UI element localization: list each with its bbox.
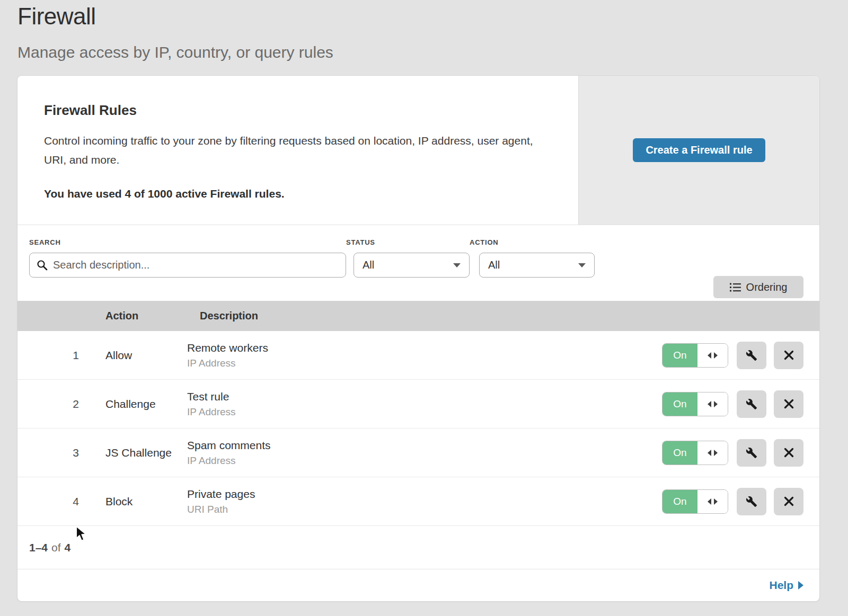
edit-rule-button[interactable] xyxy=(737,390,766,418)
filters-bar: SEARCH STATUS All ACTION All xyxy=(17,225,819,301)
rule-controls: On xyxy=(662,439,819,467)
status-select[interactable]: All xyxy=(354,253,470,278)
rule-description-cell: Test rule IP Address xyxy=(187,390,662,418)
wrench-icon xyxy=(746,496,757,507)
delete-rule-button[interactable] xyxy=(774,439,803,467)
edit-rule-button[interactable] xyxy=(737,439,766,467)
edit-rule-button[interactable] xyxy=(737,342,766,369)
rule-enabled-toggle[interactable]: On xyxy=(662,441,728,465)
page-subtitle: Manage access by IP, country, or query r… xyxy=(17,43,333,61)
rule-priority: 4 xyxy=(29,495,93,508)
search-filter-group: SEARCH xyxy=(29,238,346,301)
status-label: STATUS xyxy=(346,238,470,246)
pagination-range: 1–4 xyxy=(29,541,48,554)
rule-action: Challenge xyxy=(93,398,187,410)
ordering-button-label: Ordering xyxy=(746,281,788,293)
wrench-icon xyxy=(746,398,757,410)
rule-action: Block xyxy=(93,495,187,508)
x-icon xyxy=(784,496,794,506)
rule-description-cell: Spam comments IP Address xyxy=(187,439,662,467)
delete-rule-button[interactable] xyxy=(774,488,803,515)
wrench-icon xyxy=(746,447,757,459)
search-icon xyxy=(37,260,48,271)
search-label: SEARCH xyxy=(29,238,346,246)
toggle-on-label: On xyxy=(662,441,697,465)
rule-enabled-toggle[interactable]: On xyxy=(662,392,728,416)
rule-description: Remote workers xyxy=(187,342,662,354)
rule-description: Test rule xyxy=(187,390,662,403)
list-icon xyxy=(730,283,741,292)
delete-rule-button[interactable] xyxy=(774,342,803,369)
card-top-section: Firewall Rules Control incoming traffic … xyxy=(17,76,819,225)
rule-controls: On xyxy=(662,342,819,369)
rule-match-type: URI Path xyxy=(187,504,662,515)
rule-description: Private pages xyxy=(187,488,662,501)
page-title: Firewall xyxy=(17,3,333,30)
action-select[interactable]: All xyxy=(479,253,595,278)
rule-action: Allow xyxy=(93,349,187,362)
cta-panel: Create a Firewall rule xyxy=(578,76,819,225)
table-row: 4 Block Private pages URI Path On xyxy=(17,477,819,526)
intro-section: Firewall Rules Control incoming traffic … xyxy=(17,76,578,225)
left-right-arrows-icon xyxy=(697,392,728,416)
rule-action: JS Challenge xyxy=(93,447,187,459)
wrench-icon xyxy=(746,350,757,361)
rule-description: Spam comments xyxy=(187,439,662,452)
status-filter-group: STATUS All xyxy=(346,238,470,301)
left-right-arrows-icon xyxy=(697,490,728,513)
table-row: 1 Allow Remote workers IP Address On xyxy=(17,331,819,380)
chevron-down-icon xyxy=(578,263,586,267)
action-selected-value: All xyxy=(488,259,500,271)
page-header: Firewall Manage access by IP, country, o… xyxy=(17,3,333,61)
pagination: 1–4 of 4 xyxy=(17,526,819,569)
rules-list: 1 Allow Remote workers IP Address On xyxy=(17,331,819,526)
rule-controls: On xyxy=(662,488,819,515)
column-header-description: Description xyxy=(200,310,819,322)
left-right-arrows-icon xyxy=(697,441,728,465)
left-right-arrows-icon xyxy=(697,344,728,367)
table-header: Action Description xyxy=(17,301,819,331)
help-link-label: Help xyxy=(769,579,793,592)
chevron-right-icon xyxy=(798,581,803,590)
help-link[interactable]: Help xyxy=(769,579,803,592)
rule-description-cell: Remote workers IP Address xyxy=(187,342,662,369)
table-row: 3 JS Challenge Spam comments IP Address … xyxy=(17,428,819,477)
firewall-rules-card: Firewall Rules Control incoming traffic … xyxy=(17,76,819,601)
rule-priority: 2 xyxy=(29,398,93,410)
help-row: Help xyxy=(17,569,819,601)
chevron-down-icon xyxy=(453,263,461,267)
x-icon xyxy=(784,448,794,458)
toggle-on-label: On xyxy=(662,344,697,367)
pagination-total: 4 xyxy=(65,541,71,554)
rule-match-type: IP Address xyxy=(187,358,662,369)
x-icon xyxy=(784,350,794,360)
rule-match-type: IP Address xyxy=(187,406,662,418)
section-description: Control incoming traffic to your zone by… xyxy=(44,131,546,169)
search-input[interactable] xyxy=(29,253,346,278)
rule-match-type: IP Address xyxy=(187,455,662,467)
toggle-on-label: On xyxy=(662,392,697,416)
x-icon xyxy=(784,399,794,409)
rule-description-cell: Private pages URI Path xyxy=(187,488,662,515)
column-header-action: Action xyxy=(105,310,200,322)
toggle-on-label: On xyxy=(662,490,697,513)
ordering-button[interactable]: Ordering xyxy=(713,276,803,298)
section-heading: Firewall Rules xyxy=(44,102,546,119)
pagination-of: of xyxy=(51,541,61,554)
rule-priority: 1 xyxy=(29,349,93,362)
rule-enabled-toggle[interactable]: On xyxy=(662,343,728,368)
rule-enabled-toggle[interactable]: On xyxy=(662,489,728,514)
action-filter-group: ACTION All xyxy=(470,238,595,301)
delete-rule-button[interactable] xyxy=(774,390,803,418)
rule-controls: On xyxy=(662,390,819,418)
action-label: ACTION xyxy=(470,238,595,246)
create-firewall-rule-button[interactable]: Create a Firewall rule xyxy=(633,138,765,162)
edit-rule-button[interactable] xyxy=(737,488,766,515)
rule-priority: 3 xyxy=(29,447,93,459)
usage-summary: You have used 4 of 1000 active Firewall … xyxy=(44,188,546,200)
table-row: 2 Challenge Test rule IP Address On xyxy=(17,380,819,428)
status-selected-value: All xyxy=(363,259,374,271)
